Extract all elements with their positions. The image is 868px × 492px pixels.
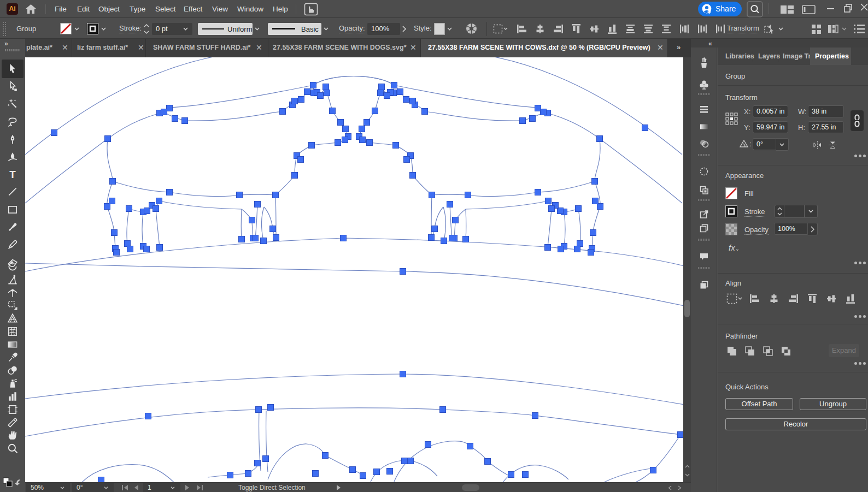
- svg-text:T: T: [9, 169, 16, 180]
